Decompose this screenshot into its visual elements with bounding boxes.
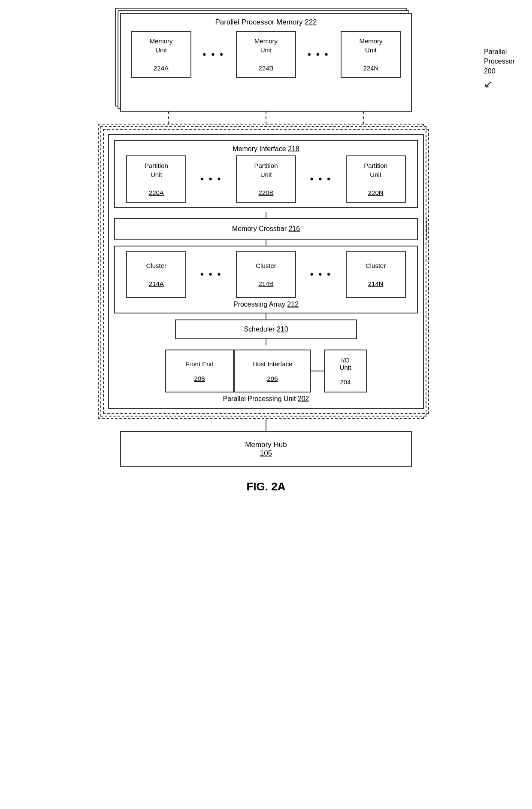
partition-unit-220b-ref: 220B [258,188,273,197]
memory-crossbar-box: Memory Crossbar 216 [114,218,418,240]
cluster-214b: Cluster214B [236,251,296,298]
conn-crossbar-pa [114,240,418,246]
front-end-ref: 208 [194,375,205,382]
conn-pa-scheduler [114,313,418,319]
cluster-214a-ref: 214A [149,279,164,288]
front-end-box: Front End 208 [165,350,234,392]
pp-memory-box: Parallel Processor Memory 222 MemoryUnit… [120,13,412,112]
memory-unit-224a: MemoryUnit224A [131,31,191,78]
cluster-214a: Cluster214A [126,251,186,298]
memory-unit-224a-ref: 224A [154,64,169,73]
host-interface-ref: 206 [267,375,278,382]
partition-dots-2: • • • [310,173,332,185]
memory-unit-224n: MemoryUnit224N [341,31,401,78]
ppu-stack-wrapper: Memory Interface 218 PartitionUnit220A •… [103,129,429,414]
memory-interface-title: Memory Interface 218 [119,145,413,153]
partition-unit-220n-ref: 220N [368,188,384,197]
scheduler-box: Scheduler 210 [175,319,357,339]
h-conn-hi-io [311,371,324,371]
fig-label: FIG. 2A [73,480,459,493]
memory-hub-title: Memory Hub [125,441,407,449]
cluster-214b-ref: 214B [258,279,273,288]
cluster-dots-2: • • • [310,269,332,280]
cluster-dots-1: • • • [200,269,222,280]
memory-unit-224b: MemoryUnit224B [236,31,296,78]
memory-hub-box: Memory Hub 105 [120,431,412,467]
processing-array-box: Cluster214A • • • Cluster214B • • • Clus… [114,246,418,313]
cluster-row: Cluster214A • • • Cluster214B • • • Clus… [119,251,413,298]
ppu-inner: Memory Interface 218 PartitionUnit220A •… [108,134,424,409]
crossbar-wrapper: Memory Crossbar 216 [114,218,418,240]
partition-unit-220b: PartitionUnit220B [236,155,296,203]
io-unit-ref: 204 [340,378,351,386]
v-conn-3 [266,313,266,319]
pa-title: Processing Array 212 [119,301,413,308]
cluster-214n: Cluster214N [346,251,406,298]
host-interface-box: Host Interface 206 [234,350,311,392]
ppu-outer: Memory Interface 218 PartitionUnit220A •… [103,129,429,414]
io-unit-box: I/OUnit 204 [324,350,367,392]
dots-1: • • • [203,49,224,60]
partition-dots-1: • • • [200,173,222,185]
memory-interface-box: Memory Interface 218 PartitionUnit220A •… [114,140,418,208]
partition-row: PartitionUnit220A • • • PartitionUnit220… [119,155,413,203]
v-conn-4 [266,339,266,345]
partition-unit-220a: PartitionUnit220A [126,155,186,203]
partition-unit-220a-ref: 220A [149,188,164,197]
conn-scheduler-bottom [114,339,418,345]
partition-unit-220n: PartitionUnit220N [346,155,406,203]
memory-unit-224n-ref: 224N [363,64,379,73]
memory-units-row: MemoryUnit224A • • • MemoryUnit224B • • … [125,31,407,78]
pp-memory-title: Parallel Processor Memory 222 [125,18,407,27]
memory-unit-224b-ref: 224B [258,64,273,73]
v-conn-2 [266,240,266,246]
conn-mi-crossbar [114,212,418,218]
parallel-processor-label: Parallel Processor 200 ↙ [484,47,515,91]
ppu-inner-label: Parallel Processing Unit 202 [114,395,418,403]
dots-2: • • • [308,49,329,60]
memory-hub-ref: 105 [260,449,272,457]
diagram-container: Parallel Processor 200 ↙ Parallel Proces… [73,13,459,493]
crossbar-right-side [418,218,427,240]
bottom-row: Front End 208 Host Interface 206 I/OUnit… [114,350,418,392]
cluster-214n-ref: 214N [368,279,384,288]
v-conn-1 [266,212,266,218]
